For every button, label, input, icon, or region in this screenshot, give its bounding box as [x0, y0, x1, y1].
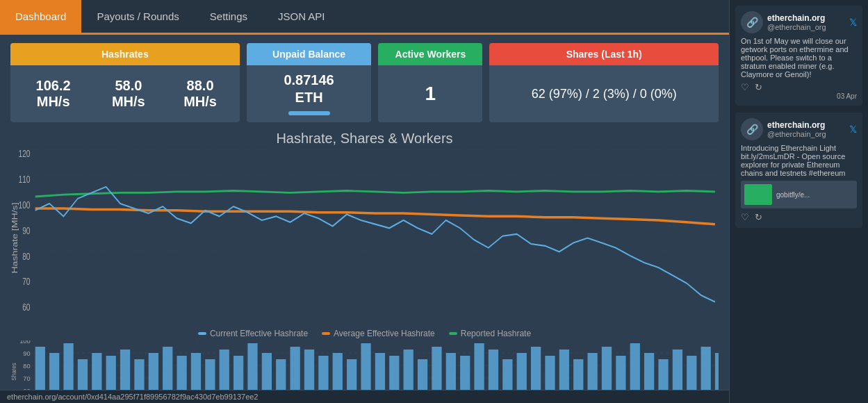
tweet-text-1: On 1st of May we will close our getwork … — [741, 37, 857, 79]
svg-text:100: 100 — [19, 199, 31, 211]
shares-header: Shares (Last 1h) — [489, 43, 719, 65]
nav-jsonapi[interactable]: JSON API — [263, 0, 341, 33]
heart-icon[interactable]: ♡ — [741, 82, 749, 92]
unpaid-progress-bar — [288, 111, 330, 115]
sidebar: 🔗 etherchain.org @etherchain_org 𝕏 On 1s… — [729, 0, 868, 403]
shares-card: Shares (Last 1h) 62 (97%) / 2 (3%) / 0 (… — [489, 43, 719, 122]
unpaid-unit: ETH — [295, 90, 323, 106]
svg-text:80: 80 — [23, 363, 30, 370]
tweet-img-thumb — [744, 184, 772, 205]
unpaid-value: 0.87146 — [284, 72, 334, 88]
hashrate-value2: 58.0 MH/s — [99, 78, 157, 110]
chart-legend: Current Effective Hashrate Average Effec… — [10, 329, 719, 338]
legend-reported-dot — [449, 332, 457, 335]
svg-text:70: 70 — [23, 375, 30, 382]
svg-text:100: 100 — [19, 340, 30, 345]
nav-payouts[interactable]: Payouts / Rounds — [81, 0, 194, 33]
hashrate-value3: 88.0 MH/s — [171, 78, 229, 110]
svg-text:90: 90 — [23, 350, 30, 357]
chart-title: Hashrate, Shares & Workers — [10, 131, 719, 147]
tweet-date-1: 03 Apr — [741, 92, 857, 100]
retweet-icon-2[interactable]: ↻ — [755, 212, 762, 222]
tweet-name-1: etherchain.org — [767, 13, 826, 23]
nav-settings[interactable]: Settings — [195, 0, 263, 33]
svg-text:110: 110 — [19, 174, 31, 186]
tweet-card-2: 🔗 etherchain.org @etherchain_org 𝕏 Intro… — [735, 113, 862, 228]
svg-text:60: 60 — [22, 302, 30, 313]
workers-header: Active Workers — [378, 43, 482, 65]
legend-current-dot — [198, 332, 206, 335]
tweet-handle-1: @etherchain_org — [767, 23, 826, 31]
shares-body: 62 (97%) / 2 (3%) / 0 (0%) — [489, 65, 719, 122]
svg-text:Shares: Shares — [11, 363, 17, 380]
tweet-img-label: gobitfly/e... — [776, 191, 810, 199]
workers-value: 1 — [425, 83, 436, 105]
svg-text:120: 120 — [19, 149, 31, 160]
nav-dashboard[interactable]: Dashboard — [0, 0, 81, 33]
legend-average-dot — [322, 332, 330, 335]
svg-text:80: 80 — [22, 251, 30, 262]
link-icon-2: 🔗 — [746, 124, 758, 135]
hashrate-value1: 106.2 MH/s — [21, 78, 85, 110]
tweet-user-1: 🔗 etherchain.org @etherchain_org — [741, 11, 826, 33]
unpaid-header: Unpaid Balance — [247, 43, 372, 65]
hashrates-body: 106.2 MH/s 58.0 MH/s 88.0 MH/s — [10, 65, 240, 122]
retweet-icon[interactable]: ↻ — [755, 82, 762, 92]
twitter-icon-1: 𝕏 — [849, 17, 857, 28]
status-url: etherchain.org/account/0xd414aa295f71f89… — [7, 393, 259, 401]
main-chart: 120 110 100 90 80 70 60 Hashrate [MH/s] — [10, 149, 719, 327]
svg-text:90: 90 — [22, 225, 30, 236]
tweet-text-2: Introducing Etherchain Light bit.ly/2msL… — [741, 144, 857, 177]
statusbar: etherchain.org/account/0xd414aa295f71f89… — [0, 390, 729, 403]
hashrates-card: Hashrates 106.2 MH/s 58.0 MH/s 88.0 MH/s — [10, 43, 240, 122]
chart-area: 120 110 100 90 80 70 60 Hashrate [MH/s] — [10, 149, 719, 327]
tweet-avatar-1: 🔗 — [741, 11, 763, 33]
workers-card: Active Workers 1 — [378, 43, 482, 122]
svg-rect-1 — [10, 149, 719, 327]
tweet-user-2: 🔗 etherchain.org @etherchain_org — [741, 118, 826, 140]
svg-text:70: 70 — [22, 277, 30, 288]
legend-current-label: Current Effective Hashrate — [210, 329, 308, 338]
tweet-actions-1: ♡ ↻ — [741, 82, 857, 92]
twitter-icon-2: 𝕏 — [849, 124, 857, 135]
heart-icon-2[interactable]: ♡ — [741, 212, 749, 222]
legend-reported: Reported Hashrate — [449, 329, 531, 338]
unpaid-body: 0.87146 ETH — [247, 65, 372, 122]
tweet-actions-2: ♡ ↻ — [741, 212, 857, 222]
shares-value: 62 (97%) / 2 (3%) / 0 (0%) — [532, 87, 677, 101]
tweet-avatar-2: 🔗 — [741, 118, 763, 140]
hashrates-header: Hashrates — [10, 43, 240, 65]
tweet-card-1: 🔗 etherchain.org @etherchain_org 𝕏 On 1s… — [735, 6, 862, 106]
legend-average: Average Effective Hashrate — [322, 329, 435, 338]
stats-row: Hashrates 106.2 MH/s 58.0 MH/s 88.0 MH/s… — [0, 35, 729, 131]
chart-section: Hashrate, Shares & Workers 120 110 100 9… — [0, 131, 729, 403]
legend-average-label: Average Effective Hashrate — [334, 329, 435, 338]
tweet-header-2: 🔗 etherchain.org @etherchain_org 𝕏 — [741, 118, 857, 140]
svg-text:Hashrate [MH/s]: Hashrate [MH/s] — [11, 202, 19, 273]
link-icon: 🔗 — [746, 17, 758, 28]
navbar: Dashboard Payouts / Rounds Settings JSON… — [0, 0, 729, 35]
tweet-image-card[interactable]: gobitfly/e... — [741, 181, 857, 208]
unpaid-card: Unpaid Balance 0.87146 ETH — [247, 43, 372, 122]
tweet-header-1: 🔗 etherchain.org @etherchain_org 𝕏 — [741, 11, 857, 33]
tweet-handle-2: @etherchain_org — [767, 130, 826, 138]
workers-body: 1 — [378, 65, 482, 122]
tweet-name-2: etherchain.org — [767, 120, 826, 130]
legend-current: Current Effective Hashrate — [198, 329, 308, 338]
legend-reported-label: Reported Hashrate — [461, 329, 531, 338]
